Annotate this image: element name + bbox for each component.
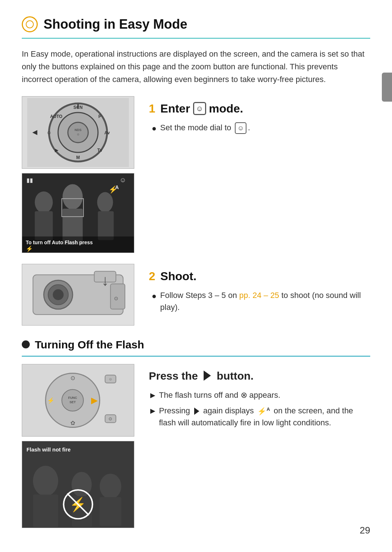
- svg-rect-55: [33, 494, 58, 527]
- svg-text:☺: ☺: [109, 377, 112, 381]
- step2-bullet: ● Follow Steps 3 – 5 on pp. 24 – 25 to s…: [152, 289, 370, 313]
- svg-text:⊙: ⊙: [77, 133, 79, 136]
- svg-text:☺: ☺: [46, 130, 52, 135]
- svg-point-17: [35, 191, 53, 213]
- page-number: 29: [360, 523, 370, 537]
- svg-rect-12: [77, 104, 79, 108]
- step1-heading-text: Enter: [160, 100, 190, 117]
- press-heading-suffix: button.: [217, 368, 254, 384]
- svg-text:A: A: [115, 184, 119, 190]
- flash-no-fire-image: Flash will not fire ⚡: [22, 441, 134, 528]
- dpad-svg: FUNC SET ⊙ ✿ ⚡ ▶ ☺ ⊙: [22, 364, 134, 437]
- svg-text:FUNC: FUNC: [68, 396, 77, 400]
- page-title: Shooting in Easy Mode: [44, 15, 187, 34]
- step1-content: 1 Enter ☺ mode. ● Set the mode dial to ☺…: [149, 96, 370, 137]
- mode-dial-image: SCN P Av Tv M ▶ ☺ AUTO ◀ NDS ⊙: [22, 96, 134, 169]
- svg-text:▶: ▶: [55, 148, 58, 153]
- flash-images: FUNC SET ⊙ ✿ ⚡ ▶ ☺ ⊙: [22, 364, 134, 528]
- side-tab: [382, 73, 392, 102]
- svg-point-37: [53, 289, 64, 300]
- flash-no-fire-svg: Flash will not fire ⚡: [22, 441, 134, 528]
- svg-point-3: [68, 122, 88, 143]
- svg-text:✿: ✿: [70, 420, 75, 426]
- screen-preview-image: ▮▮ ☺ ⚡ A To turn off Auto Flash press ⚡: [22, 173, 134, 253]
- step2-heading: 2 Shoot.: [149, 267, 370, 285]
- svg-text:⊙: ⊙: [70, 375, 75, 381]
- svg-text:▮▮: ▮▮: [26, 177, 33, 183]
- bullet-dot-2: ●: [152, 290, 156, 302]
- step2-content: 2 Shoot. ● Follow Steps 3 – 5 on pp. 24 …: [149, 264, 370, 316]
- shutter-image: ↓ ⊙: [22, 264, 134, 326]
- section-heading: Turning Off the Flash: [22, 336, 370, 357]
- press-bullet-arrow-1: ▶: [150, 391, 155, 400]
- page-reference: pp. 24 – 25: [239, 291, 279, 300]
- easy-mode-icon-inner: [26, 20, 34, 28]
- step1-row: SCN P Av Tv M ▶ ☺ AUTO ◀ NDS ⊙: [22, 96, 370, 253]
- section-title: Turning Off the Flash: [35, 336, 144, 353]
- svg-point-56: [72, 472, 92, 497]
- easy-mode-icon: [22, 16, 38, 32]
- press-button-heading: Press the button.: [149, 368, 370, 384]
- svg-text:Av: Av: [105, 130, 110, 135]
- intro-paragraph: In Easy mode, operational instructions a…: [22, 48, 370, 86]
- step2-bullet-text: Follow Steps 3 – 5 on pp. 24 – 25 to sho…: [160, 289, 370, 313]
- page-header: Shooting in Easy Mode: [22, 15, 370, 39]
- step1-bullet-text: Set the mode dial to ☺.: [160, 122, 250, 134]
- step1-images: SCN P Av Tv M ▶ ☺ AUTO ◀ NDS ⊙: [22, 96, 134, 253]
- step1-heading: 1 Enter ☺ mode.: [149, 100, 370, 117]
- svg-text:AUTO: AUTO: [50, 114, 62, 119]
- triangle-inline-icon: [194, 408, 199, 415]
- svg-text:↓: ↓: [102, 272, 109, 289]
- flash-auto-icon-inline: ⚡A: [257, 407, 270, 415]
- svg-rect-59: [100, 497, 122, 526]
- mode-dial-svg: SCN P Av Tv M ▶ ☺ AUTO ◀ NDS ⊙: [27, 98, 129, 167]
- svg-text:NDS: NDS: [74, 128, 81, 132]
- svg-rect-18: [35, 211, 53, 240]
- svg-text:⚡: ⚡: [26, 245, 33, 252]
- press-bullet-2: ▶ Pressing again displays ⚡A on the scre…: [150, 405, 370, 429]
- press-bullet-arrow-2: ▶: [150, 406, 155, 416]
- flash-section-row: FUNC SET ⊙ ✿ ⚡ ▶ ☺ ⊙: [22, 364, 370, 528]
- step1-heading-suffix: mode.: [209, 100, 243, 117]
- shutter-svg: ↓ ⊙: [22, 264, 134, 326]
- svg-text:SET: SET: [69, 400, 76, 404]
- press-bullet-1: ▶ The flash turns off and ⊗ appears.: [150, 389, 370, 401]
- svg-text:To turn off Auto Flash press: To turn off Auto Flash press: [26, 240, 93, 245]
- svg-text:⊙: ⊙: [114, 295, 118, 301]
- mode-dial-illustration: SCN P Av Tv M ▶ ☺ AUTO ◀ NDS ⊙: [27, 100, 129, 165]
- svg-text:⊙: ⊙: [109, 416, 112, 421]
- svg-text:Tv: Tv: [97, 148, 102, 153]
- triangle-right-icon: [204, 371, 211, 381]
- svg-point-54: [33, 466, 58, 496]
- step2-heading-text: Shoot.: [160, 267, 197, 285]
- section-dot: [22, 340, 30, 348]
- step2-number: 2: [149, 267, 155, 285]
- svg-point-21: [97, 192, 113, 212]
- svg-text:M: M: [76, 155, 80, 160]
- step1-mode-icon: ☺: [193, 102, 206, 115]
- svg-text:◀: ◀: [32, 128, 37, 136]
- mode-dial-icon-inline: ☺: [235, 122, 246, 134]
- step1-bullet: ● Set the mode dial to ☺.: [152, 122, 370, 134]
- step1-number: 1: [149, 100, 155, 117]
- screen-preview-svg: ▮▮ ☺ ⚡ A To turn off Auto Flash press ⚡: [22, 173, 134, 253]
- press-bullet-1-text: The flash turns off and ⊗ appears.: [159, 389, 280, 401]
- step2-row: ↓ ⊙ 2 Shoot. ● Follow Steps 3 – 5 on pp.…: [22, 264, 370, 326]
- svg-point-19: [62, 184, 83, 209]
- svg-text:Flash will not fire: Flash will not fire: [26, 446, 71, 452]
- svg-text:☺: ☺: [119, 176, 126, 183]
- flash-section-content: Press the button. ▶ The flash turns off …: [149, 364, 370, 432]
- press-heading-prefix: Press the: [149, 368, 198, 384]
- press-bullet-2-text: Pressing again displays ⚡A on the screen…: [159, 405, 370, 429]
- dpad-image: FUNC SET ⊙ ✿ ⚡ ▶ ☺ ⊙: [22, 364, 134, 437]
- bullet-dot-1: ●: [152, 122, 156, 134]
- svg-text:⚡: ⚡: [47, 397, 54, 404]
- svg-rect-22: [98, 211, 114, 240]
- svg-text:P: P: [98, 114, 101, 119]
- svg-text:▶: ▶: [91, 396, 98, 405]
- svg-point-58: [100, 474, 122, 499]
- step2-images: ↓ ⊙: [22, 264, 134, 326]
